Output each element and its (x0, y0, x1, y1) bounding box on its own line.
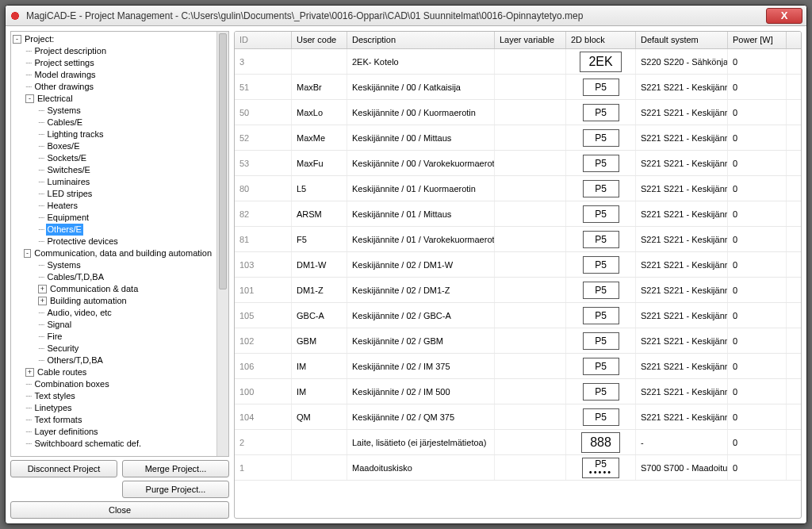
cell-pow[interactable]: 0 (728, 49, 787, 74)
cell-pow[interactable]: 0 (728, 404, 787, 429)
cell-user[interactable]: MaxBr (292, 75, 347, 99)
tree-item[interactable]: ·····Fire (13, 331, 216, 343)
cell-sys[interactable]: S221 S221 - Keskijänni (636, 303, 728, 328)
cell-layer[interactable] (495, 201, 566, 226)
table-row[interactable]: 101DM1-ZKeskijännite / 02 / DM1-ZP5S221 … (235, 278, 801, 303)
cell-pow[interactable]: 0 (728, 75, 787, 99)
cell-block[interactable]: P5 (566, 100, 636, 125)
purge-project-button[interactable]: Purge Project... (122, 481, 229, 498)
tree-item[interactable]: ·····Text formats (13, 414, 216, 426)
tree-item[interactable]: +Cable routes (13, 366, 216, 378)
cell-user[interactable]: IM (292, 379, 347, 404)
cell-sys[interactable]: S221 S221 - Keskijänni (636, 75, 728, 99)
cell-block[interactable]: P5••••• (566, 455, 636, 480)
cell-sys[interactable]: S221 S221 - Keskijänni (636, 379, 728, 404)
tree-item[interactable]: ·····Switchboard schematic def. (13, 438, 216, 450)
cell-user[interactable]: QM (292, 404, 347, 429)
cell-pow[interactable]: 0 (728, 227, 787, 251)
block-button[interactable]: P5 (583, 205, 619, 223)
tree-item[interactable]: ·····Text styles (13, 390, 216, 402)
tree-item[interactable]: +Building automation (13, 295, 216, 307)
cell-layer[interactable] (495, 49, 566, 74)
cell-user[interactable]: MaxFu (292, 151, 347, 175)
cell-block[interactable]: P5 (566, 227, 636, 251)
tree-item[interactable]: ·····Systems (13, 259, 216, 271)
cell-user[interactable]: ARSM (292, 201, 347, 226)
merge-project-button[interactable]: Merge Project... (122, 460, 229, 477)
cell-pow[interactable]: 0 (728, 151, 787, 175)
tree-item[interactable]: -Electrical (13, 93, 216, 105)
block-button[interactable]: 888 (581, 432, 620, 453)
cell-sys[interactable]: S221 S221 - Keskijänni (636, 100, 728, 125)
cell-user[interactable]: GBM (292, 328, 347, 353)
table-row[interactable]: 103DM1-WKeskijännite / 02 / DM1-WP5S221 … (235, 252, 801, 278)
cell-user[interactable]: MaxLo (292, 100, 347, 125)
cell-desc[interactable]: Keskijännite / 00 / Mittaus (347, 125, 495, 150)
block-button[interactable]: P5 (583, 408, 619, 426)
cell-layer[interactable] (495, 75, 566, 99)
cell-sys[interactable]: S220 S220 - Sähkönja (636, 49, 728, 74)
tree-item[interactable]: ·····Lighting tracks (13, 128, 216, 140)
expand-icon[interactable]: + (38, 285, 47, 293)
tree-item[interactable]: ·····Protective devices (13, 236, 216, 247)
cell-pow[interactable]: 0 (728, 252, 787, 277)
cell-block[interactable]: P5 (566, 278, 636, 302)
tree-item[interactable]: ·····Sockets/E (13, 152, 216, 164)
collapse-icon[interactable]: - (13, 35, 21, 44)
tree-item[interactable]: ·····Boxes/E (13, 140, 216, 152)
table-row[interactable]: 52MaxMeKeskijännite / 00 / MittausP5S221… (235, 125, 801, 151)
grid-body[interactable]: 32EK- Kotelo2EKS220 S220 - Sähkönja051Ma… (235, 49, 801, 518)
col-user[interactable]: User code (292, 32, 347, 48)
tree-item[interactable]: ·····Systems (13, 105, 216, 117)
block-button[interactable]: P5 (583, 180, 619, 197)
cell-sys[interactable]: S221 S221 - Keskijänni (636, 278, 728, 302)
block-button[interactable]: P5 (583, 282, 619, 299)
cell-sys[interactable]: S221 S221 - Keskijänni (636, 151, 728, 175)
cell-layer[interactable] (495, 354, 566, 378)
cell-id[interactable]: 50 (235, 100, 292, 125)
cell-desc[interactable]: Keskijännite / 02 / QM 375 (347, 404, 495, 429)
cell-pow[interactable]: 0 (728, 176, 787, 201)
block-button[interactable]: P5 (583, 256, 619, 274)
block-button[interactable]: P5 (583, 332, 619, 350)
cell-id[interactable]: 51 (235, 75, 292, 99)
cell-layer[interactable] (495, 100, 566, 125)
block-button[interactable]: P5 (583, 307, 619, 324)
cell-desc[interactable]: Keskijännite / 00 / Kuormaerotin (347, 100, 495, 125)
cell-id[interactable]: 2 (235, 430, 292, 454)
cell-desc[interactable]: Keskijännite / 01 / Kuormaerotin (347, 176, 495, 201)
cell-user[interactable] (292, 430, 347, 454)
block-button[interactable]: P5 (583, 231, 619, 248)
cell-desc[interactable]: Keskijännite / 02 / GBM (347, 328, 495, 353)
project-tree[interactable]: -Project:·····Project description·····Pr… (11, 32, 216, 456)
collapse-icon[interactable]: - (24, 249, 32, 258)
cell-desc[interactable]: Keskijännite / 02 / IM 375 (347, 354, 495, 378)
disconnect-project-button[interactable]: Disconnect Project (10, 460, 117, 477)
tree-item[interactable]: ·····Others/E (13, 224, 216, 236)
cell-layer[interactable] (495, 252, 566, 277)
col-block[interactable]: 2D block (566, 32, 636, 48)
cell-desc[interactable]: Keskijännite / 00 / Katkaisija (347, 75, 495, 99)
cell-layer[interactable] (495, 455, 566, 480)
expand-icon[interactable]: + (25, 368, 34, 377)
cell-desc[interactable]: Keskijännite / 01 / Mittaus (347, 201, 495, 226)
table-row[interactable]: 50MaxLoKeskijännite / 00 / KuormaerotinP… (235, 100, 801, 125)
cell-pow[interactable]: 0 (728, 430, 787, 454)
titlebar[interactable]: MagiCAD-E - Project Management - C:\User… (6, 6, 806, 26)
cell-user[interactable]: F5 (292, 227, 347, 251)
tree-item[interactable]: ·····Linetypes (13, 402, 216, 414)
block-button[interactable]: P5 (583, 358, 619, 375)
cell-id[interactable]: 104 (235, 404, 292, 429)
block-button[interactable]: P5 (583, 79, 619, 96)
cell-layer[interactable] (495, 328, 566, 353)
collapse-icon[interactable]: - (25, 94, 34, 103)
cell-layer[interactable] (495, 125, 566, 150)
cell-sys[interactable]: S221 S221 - Keskijänni (636, 227, 728, 251)
tree-item[interactable]: ·····Signal (13, 319, 216, 331)
tree-item[interactable]: ·····Cables/T,D,BA (13, 271, 216, 283)
cell-user[interactable]: DM1-W (292, 252, 347, 277)
table-row[interactable]: 104QMKeskijännite / 02 / QM 375P5S221 S2… (235, 404, 801, 430)
block-button[interactable]: P5 (583, 383, 619, 401)
cell-block[interactable]: 888 (566, 430, 636, 454)
cell-block[interactable]: P5 (566, 379, 636, 404)
